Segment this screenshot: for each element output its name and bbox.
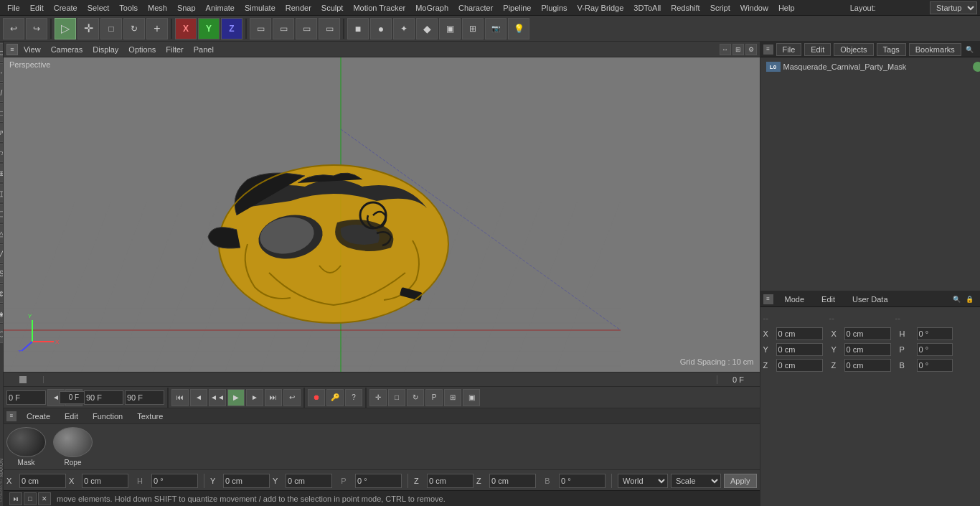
attr-p-input[interactable] [917, 343, 953, 356]
help-button[interactable]: ? [345, 389, 362, 406]
start-frame-input[interactable] [6, 390, 46, 405]
mask-material-sphere[interactable] [6, 427, 46, 457]
material-create-menu[interactable]: Create [22, 411, 55, 422]
attr-z-input[interactable] [776, 359, 823, 372]
material-item-mask[interactable]: Mask [6, 427, 46, 467]
move-transport-button[interactable]: ✛ [369, 389, 387, 406]
panel-menu[interactable]: Panel [189, 44, 218, 55]
step-forward-button[interactable]: ► [246, 389, 263, 406]
axis-x-button[interactable]: X [175, 18, 197, 39]
object-item[interactable]: L0 Masquerade_Carnival_Party_Mask [763, 60, 980, 73]
play-reverse-button[interactable]: ◄◄ [209, 389, 226, 406]
attr-search-icon[interactable]: 🔍 [951, 294, 963, 305]
viewport-layout-icon[interactable]: ⊞ [732, 44, 744, 55]
y-input[interactable] [223, 474, 270, 488]
menu-mesh[interactable]: Mesh [143, 2, 171, 14]
apply-button[interactable]: Apply [724, 474, 757, 488]
play-button[interactable]: ▶ [227, 389, 245, 406]
search-icon[interactable]: 🔍 [964, 44, 976, 55]
h-input[interactable] [151, 474, 198, 488]
cube-button[interactable]: ■ [347, 18, 369, 39]
objects-edit-tab[interactable]: Edit [804, 43, 831, 56]
rotate-tool-button[interactable]: ↻ [123, 18, 145, 39]
render-queue-button[interactable]: ▭ [319, 18, 340, 39]
go-to-start-button[interactable]: ⏮ [171, 389, 189, 406]
nurbs-button[interactable]: ◆ [416, 18, 438, 39]
menu-tools[interactable]: Tools [115, 2, 142, 14]
end-frame-input[interactable] [84, 390, 123, 405]
attr-y-input[interactable] [776, 343, 823, 356]
viewport-settings-icon[interactable]: ⚙ [745, 44, 757, 55]
step-back-button[interactable]: ◄ [190, 389, 207, 406]
viewport-menu-icon[interactable]: ≡ [6, 44, 18, 55]
grid-transport-button[interactable]: ⊞ [444, 389, 461, 406]
b-input[interactable] [559, 474, 606, 488]
y2-input[interactable] [286, 474, 332, 488]
attr-x2-input[interactable] [844, 327, 891, 340]
array-button[interactable]: ▣ [439, 18, 461, 39]
p-input[interactable] [355, 474, 402, 488]
axis-z-button[interactable]: Z [221, 18, 242, 39]
attr-mode-tab[interactable]: Mode [779, 294, 811, 305]
x-input[interactable] [19, 474, 66, 488]
layout-select[interactable]: Startup [930, 1, 977, 14]
menu-animate[interactable]: Animate [202, 2, 239, 14]
spline-button[interactable]: ✦ [393, 18, 415, 39]
box-transport-button[interactable]: □ [388, 389, 405, 406]
z-input[interactable] [427, 474, 473, 488]
undo-button[interactable]: ↩ [3, 18, 24, 39]
grid-icon[interactable]: ⊞ [977, 44, 980, 55]
menu-edit[interactable]: Edit [26, 2, 48, 14]
record-button[interactable]: ⏺ [308, 389, 325, 406]
sphere-button[interactable]: ● [370, 18, 392, 39]
material-texture-menu[interactable]: Texture [133, 411, 167, 422]
light-button[interactable]: 💡 [508, 18, 529, 39]
3d-viewport[interactable]: Perspective [4, 57, 760, 372]
attr-y2-input[interactable] [844, 343, 891, 356]
scale-tool-button[interactable]: □ [100, 18, 122, 39]
status-play-icon[interactable]: ⏯ [9, 492, 22, 505]
menu-mograph[interactable]: MoGraph [411, 2, 453, 14]
rotate-transport-button[interactable]: ↻ [407, 389, 424, 406]
render-transport-button[interactable]: ▣ [463, 389, 480, 406]
render-settings-button[interactable]: ▭ [296, 18, 317, 39]
menu-select[interactable]: Select [83, 2, 114, 14]
redo-button[interactable]: ↪ [26, 18, 47, 39]
attr-h-input[interactable] [917, 327, 953, 340]
rope-material-sphere[interactable] [53, 427, 93, 457]
render-region-button[interactable]: ▭ [250, 18, 271, 39]
view-menu[interactable]: View [19, 44, 45, 55]
objects-bookmarks-tab[interactable]: Bookmarks [909, 43, 961, 56]
filter-menu[interactable]: Filter [161, 44, 187, 55]
menu-redshift[interactable]: Redshift [666, 2, 704, 14]
menu-file[interactable]: File [3, 2, 24, 14]
move-tool-button[interactable]: ✛ [77, 18, 99, 39]
menu-snap[interactable]: Snap [173, 2, 200, 14]
attr-settings-icon[interactable]: ⚙ [977, 294, 980, 305]
attr-x-input[interactable] [776, 327, 823, 340]
menu-vray[interactable]: V-Ray Bridge [573, 2, 628, 14]
cameras-menu[interactable]: Cameras [47, 44, 88, 55]
menu-help[interactable]: Help [774, 2, 799, 14]
attr-userdata-tab[interactable]: User Data [847, 294, 894, 305]
attr-lock-icon[interactable]: 🔒 [964, 294, 976, 305]
scale-select[interactable]: Scale [671, 474, 721, 488]
transform-tool-button[interactable]: + [146, 18, 168, 39]
options-menu[interactable]: Options [124, 44, 160, 55]
camera-button[interactable]: 📷 [485, 18, 507, 39]
material-item-rope[interactable]: Rope [53, 427, 93, 467]
objects-tags-tab[interactable]: Tags [877, 43, 906, 56]
select-tool-button[interactable]: ▷ [55, 18, 76, 39]
go-to-end-button[interactable]: ⏭ [265, 389, 282, 406]
menu-3dtoall[interactable]: 3DToAll [629, 2, 665, 14]
menu-sculpt[interactable]: Sculpt [317, 2, 348, 14]
menu-create[interactable]: Create [50, 2, 82, 14]
attr-edit-tab[interactable]: Edit [816, 294, 841, 305]
menu-simulate[interactable]: Simulate [240, 2, 280, 14]
menu-window[interactable]: Window [736, 2, 773, 14]
pivot-button[interactable]: P [425, 389, 443, 406]
menu-render[interactable]: Render [281, 2, 316, 14]
viewport-expand-icon[interactable]: ↔ [720, 44, 731, 55]
attr-b-input[interactable] [917, 359, 953, 372]
display-menu[interactable]: Display [88, 44, 123, 55]
